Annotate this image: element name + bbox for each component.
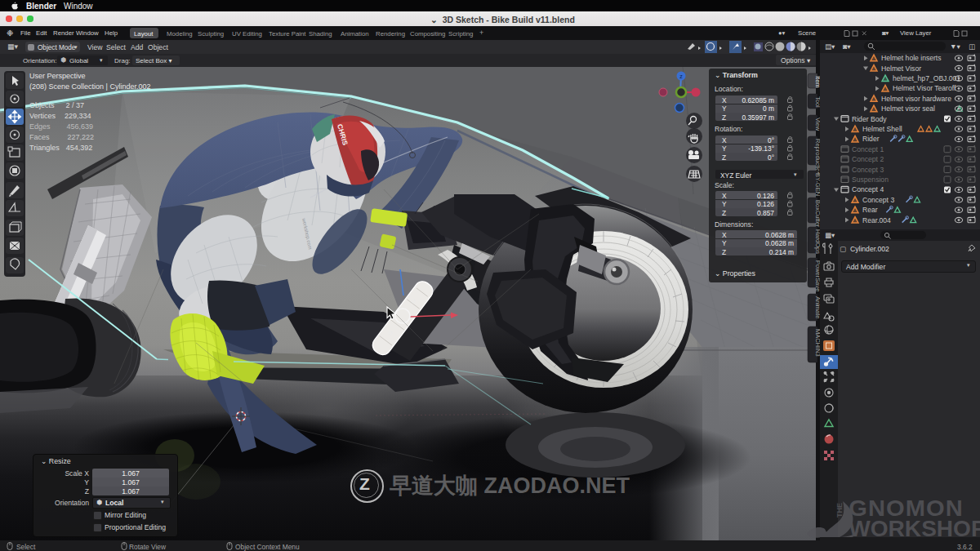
- svg-text:Helmet hole inserts: Helmet hole inserts: [881, 54, 942, 62]
- svg-text:Rear.004: Rear.004: [862, 216, 891, 224]
- svg-text:Rider: Rider: [862, 135, 880, 143]
- svg-text:Concept 3: Concept 3: [862, 196, 894, 204]
- svg-text:Concept 4: Concept 4: [852, 185, 884, 193]
- svg-text:Concept 1: Concept 1: [852, 145, 884, 153]
- svg-text:Concept 3: Concept 3: [852, 166, 884, 174]
- svg-text:Helmet Visor: Helmet Visor: [881, 64, 921, 73]
- svg-text:Helmet Visor Tearoff: Helmet Visor Tearoff: [893, 84, 956, 92]
- svg-text:Concept 2: Concept 2: [852, 155, 884, 163]
- svg-text:helmet_hp7_OBJ.001: helmet_hp7_OBJ.001: [893, 74, 960, 82]
- svg-text:Helmet Shell: Helmet Shell: [862, 125, 902, 133]
- svg-text:Helmet visor seal: Helmet visor seal: [881, 104, 935, 113]
- svg-text:Helmet visor hardware: Helmet visor hardware: [881, 95, 951, 103]
- svg-text:z: z: [679, 73, 683, 79]
- svg-text:THE: THE: [835, 503, 844, 518]
- svg-text:Rider Body: Rider Body: [852, 115, 887, 123]
- svg-text:Suspension: Suspension: [852, 176, 889, 184]
- svg-text:Rear: Rear: [862, 206, 878, 214]
